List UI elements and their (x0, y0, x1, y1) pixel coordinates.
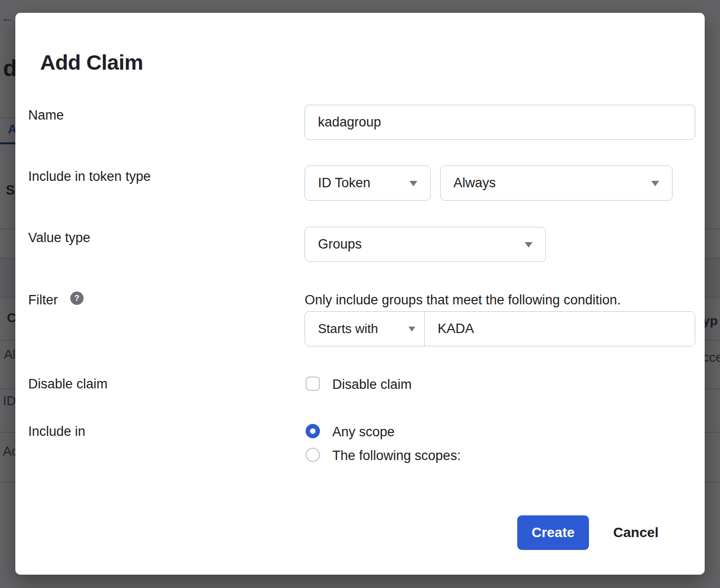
any-scope-radio[interactable] (306, 424, 320, 438)
chevron-down-icon (651, 181, 659, 186)
help-icon-glyph: ? (75, 294, 80, 303)
create-button[interactable]: Create (517, 515, 589, 550)
disable-claim-label: Disable claim (28, 377, 108, 392)
value-type-label: Value type (28, 230, 90, 246)
dialog-title: Add Claim (40, 50, 143, 75)
filter-condition-selected-value: Starts with (318, 321, 378, 336)
filter-description: Only include groups that meet the follow… (305, 293, 621, 308)
token-type-select[interactable]: ID Token (305, 166, 431, 201)
token-frequency-selected-value: Always (453, 175, 496, 191)
filter-value-input[interactable] (425, 312, 695, 346)
filter-condition-select[interactable]: Starts with (305, 312, 425, 346)
include-in-token-type-label: Include in token type (28, 169, 151, 184)
token-type-selected-value: ID Token (318, 175, 370, 191)
chevron-down-icon (525, 242, 533, 248)
any-scope-radio-label: Any scope (332, 424, 395, 440)
filter-label: Filter (28, 293, 58, 308)
following-scopes-radio-label: The following scopes: (332, 448, 461, 463)
chevron-down-icon (408, 327, 415, 332)
value-type-selected-value: Groups (318, 237, 362, 252)
chevron-down-icon (409, 181, 417, 186)
value-type-select[interactable]: Groups (305, 227, 546, 262)
disable-claim-checkbox-label: Disable claim (332, 377, 412, 392)
token-frequency-select[interactable]: Always (440, 166, 673, 201)
help-icon[interactable]: ? (70, 292, 84, 305)
name-label: Name (28, 108, 64, 123)
following-scopes-radio[interactable] (306, 448, 320, 462)
cancel-button[interactable]: Cancel (613, 525, 659, 541)
include-in-label: Include in (28, 424, 86, 439)
add-claim-dialog: Add Claim Name Include in token type ID … (15, 13, 705, 575)
disable-claim-checkbox[interactable] (306, 377, 320, 391)
name-input[interactable] (305, 105, 695, 140)
filter-condition-group: Starts with (305, 311, 695, 346)
